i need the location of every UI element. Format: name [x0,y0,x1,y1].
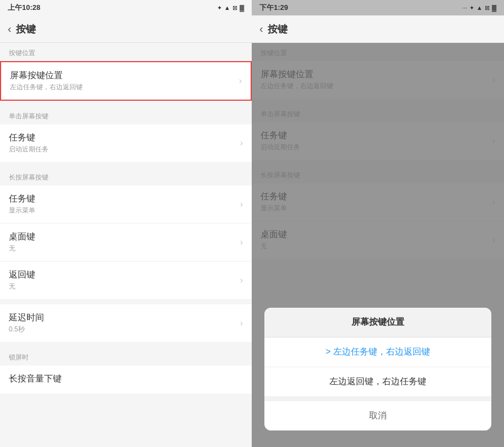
right-bluetooth-icon: ✦ [469,4,474,12]
left-divider-4 [0,342,252,347]
left-screen-key-position-title: 屏幕按键位置 [10,70,235,81]
left-back-icon: ‹ [8,23,12,35]
left-divider-5 [0,394,252,399]
left-desktop-key-title: 桌面键 [9,231,236,243]
modal-option-1-label: 左边任务键，右边返回键 [333,347,430,356]
left-volume-down-item[interactable]: 长按音量下键 [0,366,252,394]
left-status-icons: ✦ ▲ ⊠ ▓ [217,4,244,12]
right-back-button[interactable]: ‹ 按键 [259,23,288,36]
left-delay-item[interactable]: 延迟时间 0.5秒 › [0,304,252,342]
left-back-key-chevron: › [240,275,243,285]
left-status-bar: 上午10:28 ✦ ▲ ⊠ ▓ [0,0,252,15]
left-screen-key-position-content: 屏幕按键位置 左边任务键，右边返回键 [10,70,235,92]
left-screen-key-position-subtitle: 左边任务键，右边返回键 [10,83,235,92]
left-screen-key-position-item[interactable]: 屏幕按键位置 左边任务键，右边返回键 › [1,62,251,100]
wifi-icon: ▲ [224,4,230,11]
left-section-header-2: 单击屏幕按键 [0,106,252,124]
left-desktop-key-item[interactable]: 桌面键 无 › [0,224,252,261]
left-long-task-key-title: 任务键 [9,193,236,205]
right-nav-bar: ‹ 按键 [252,15,504,43]
left-long-task-key-content: 任务键 显示菜单 [9,193,236,215]
left-back-key-title: 返回键 [9,269,236,281]
left-delay-title: 延迟时间 [9,312,236,324]
left-desktop-key-subtitle: 无 [9,244,236,253]
left-single-task-key-subtitle: 启动近期任务 [9,145,236,154]
left-page-title: 按键 [16,23,36,36]
battery-icon: ▓ [240,4,244,11]
left-phone-panel: 上午10:28 ✦ ▲ ⊠ ▓ ‹ 按键 按键位置 屏幕按键位置 左边任务键，右… [0,0,252,447]
right-time: 下午1:29 [259,3,288,13]
left-divider-1 [0,101,252,106]
right-battery-icon: ▓ [492,4,496,11]
left-delay-subtitle: 0.5秒 [9,325,236,334]
left-nav-bar: ‹ 按键 [0,15,252,43]
left-section-header-3: 长按屏幕按键 [0,167,252,186]
right-content-wrapper: 按键位置 屏幕按键位置 左边任务键，右边返回键 › 单击屏幕按键 任务键 启动 [252,43,504,447]
left-single-task-key-content: 任务键 启动近期任务 [9,132,236,154]
left-back-button[interactable]: ‹ 按键 [8,23,36,36]
left-volume-down-content: 长按音量下键 [9,373,243,386]
signal-icon: ⊠ [232,4,237,12]
left-section-header-1: 按键位置 [0,43,252,61]
left-lock-group: 长按音量下键 [0,366,252,394]
left-back-key-content: 返回键 无 [9,269,236,291]
left-single-click-group: 任务键 启动近期任务 › [0,124,252,162]
left-screen-key-position-chevron: › [239,76,242,86]
right-status-bar: 下午1:29 ··· ✦ ▲ ⊠ ▓ [252,0,504,15]
modal-option-2[interactable]: 左边返回键，右边任务键 [264,367,491,397]
left-single-task-key-chevron: › [240,138,243,148]
right-cellular-icon: ⊠ [485,4,490,12]
left-section-header-5: 锁屏时 [0,347,252,366]
right-phone-panel: 下午1:29 ··· ✦ ▲ ⊠ ▓ ‹ 按键 按键位置 屏幕按键位置 左边任务… [252,0,504,447]
bluetooth-icon: ✦ [217,4,222,12]
left-desktop-key-chevron: › [240,237,243,247]
right-page-title: 按键 [268,23,288,36]
modal-option-2-label: 左边返回键，右边任务键 [329,377,426,386]
left-single-task-key-item[interactable]: 任务键 启动近期任务 › [0,124,252,162]
left-divider-3 [0,299,252,304]
left-back-key-subtitle: 无 [9,282,236,291]
modal-dialog: 屏幕按键位置 左边任务键，右边返回键 左边返回键，右边任务键 取消 [264,308,491,430]
left-delay-chevron: › [240,318,243,328]
left-single-task-key-title: 任务键 [9,132,236,144]
left-long-task-key-chevron: › [240,199,243,209]
left-delay-group: 延迟时间 0.5秒 › [0,304,252,342]
right-status-icons: ··· ✦ ▲ ⊠ ▓ [462,4,496,12]
left-volume-down-title: 长按音量下键 [9,373,243,385]
left-content: 按键位置 屏幕按键位置 左边任务键，右边返回键 › 单击屏幕按键 任务键 启动近… [0,43,252,447]
left-back-key-item[interactable]: 返回键 无 › [0,261,252,299]
left-long-task-key-subtitle: 显示菜单 [9,206,236,215]
left-delay-content: 延迟时间 0.5秒 [9,312,236,334]
left-time: 上午10:28 [8,3,40,13]
modal-option-1[interactable]: 左边任务键，右边返回键 [264,337,491,367]
left-divider-2 [0,162,252,167]
modal-cancel-button[interactable]: 取消 [264,401,491,430]
modal-title: 屏幕按键位置 [264,308,491,337]
left-desktop-key-content: 桌面键 无 [9,231,236,253]
left-highlighted-group: 屏幕按键位置 左边任务键，右边返回键 › [0,61,252,101]
left-long-task-key-item[interactable]: 任务键 显示菜单 › [0,186,252,224]
right-back-icon: ‹ [259,23,263,35]
modal-overlay: 屏幕按键位置 左边任务键，右边返回键 左边返回键，右边任务键 取消 [252,43,504,447]
right-wifi-icon: ▲ [476,4,483,11]
left-long-press-group: 任务键 显示菜单 › 桌面键 无 › 返回键 无 › [0,186,252,299]
right-signal-dots-icon: ··· [462,4,467,11]
